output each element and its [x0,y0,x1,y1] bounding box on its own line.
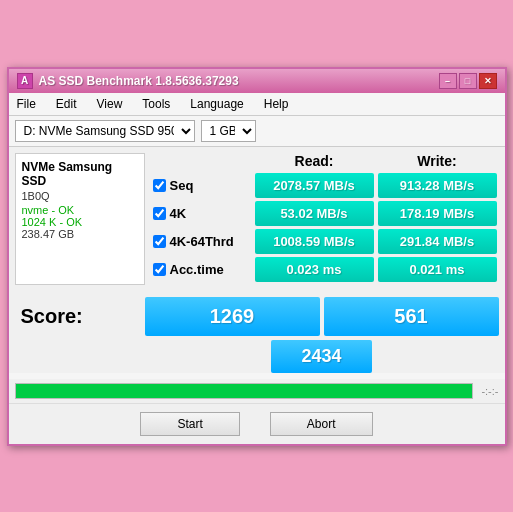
bench-header-empty [153,153,253,169]
4k-read: 53.02 MB/s [255,201,374,226]
bench-row-4k: 4K 53.02 MB/s 178.19 MB/s [153,201,499,226]
bench-label-acctime: Acc.time [153,262,253,277]
abort-button[interactable]: Abort [270,412,373,436]
menu-language[interactable]: Language [186,95,247,113]
score-section: Score: 1269 561 2434 [9,291,505,373]
drive-name: NVMe Samsung SSD [22,160,138,188]
progress-bar-inner [16,384,473,398]
acctime-write: 0.021 ms [378,257,497,282]
bench-header-write: Write: [376,153,499,169]
title-bar-controls: – □ ✕ [439,73,497,89]
bench-row-acctime: Acc.time 0.023 ms 0.021 ms [153,257,499,282]
bench-label-4k: 4K [153,206,253,221]
score-read: 1269 [145,297,320,336]
score-values: 1269 561 [145,297,499,336]
score-write: 561 [324,297,499,336]
button-area: Start Abort [9,403,505,444]
seq-read: 2078.57 MB/s [255,173,374,198]
bench-label-4k64: 4K-64Thrd [153,234,253,249]
left-panel: NVMe Samsung SSD 1B0Q nvme - OK 1024 K -… [15,153,145,285]
4k-checkbox[interactable] [153,207,166,220]
main-window: A AS SSD Benchmark 1.8.5636.37293 – □ ✕ … [7,67,507,446]
bench-header: Read: Write: [153,153,499,169]
nvme-status: nvme - OK [22,204,138,216]
4k64-checkbox[interactable] [153,235,166,248]
bench-label-seq: Seq [153,178,253,193]
bench-row-4k64: 4K-64Thrd 1008.59 MB/s 291.84 MB/s [153,229,499,254]
minimize-button[interactable]: – [439,73,457,89]
drive-size: 238.47 GB [22,228,138,240]
app-icon: A [17,73,33,89]
progress-area: -:-:- [9,379,505,403]
menu-tools[interactable]: Tools [138,95,174,113]
menu-view[interactable]: View [93,95,127,113]
acctime-read: 0.023 ms [255,257,374,282]
4k64-read: 1008.59 MB/s [255,229,374,254]
window-title: AS SSD Benchmark 1.8.5636.37293 [39,74,239,88]
score-total: 2434 [271,340,371,373]
maximize-button[interactable]: □ [459,73,477,89]
score-label: Score: [15,305,145,328]
seq-checkbox[interactable] [153,179,166,192]
bench-row-seq: Seq 2078.57 MB/s 913.28 MB/s [153,173,499,198]
toolbar: D: NVMe Samsung SSD 950 1 GB [9,116,505,147]
drive-id: 1B0Q [22,188,138,205]
menu-file[interactable]: File [13,95,40,113]
title-bar-left: A AS SSD Benchmark 1.8.5636.37293 [17,73,239,89]
acctime-checkbox[interactable] [153,263,166,276]
start-button[interactable]: Start [140,412,239,436]
size-select[interactable]: 1 GB [201,120,256,142]
cache-status: 1024 K - OK [22,216,138,228]
progress-dots: -:-:- [481,385,498,397]
seq-write: 913.28 MB/s [378,173,497,198]
drive-select[interactable]: D: NVMe Samsung SSD 950 [15,120,195,142]
bench-header-read: Read: [253,153,376,169]
menu-help[interactable]: Help [260,95,293,113]
menu-edit[interactable]: Edit [52,95,81,113]
4k-write: 178.19 MB/s [378,201,497,226]
benchmark-table: Read: Write: Seq 2078.57 MB/s 913.28 MB/… [153,153,499,285]
menu-bar: File Edit View Tools Language Help [9,93,505,116]
score-row: Score: 1269 561 [15,297,499,336]
close-button[interactable]: ✕ [479,73,497,89]
4k64-write: 291.84 MB/s [378,229,497,254]
progress-bar-outer [15,383,474,399]
score-total-row: 2434 [145,340,499,373]
title-bar: A AS SSD Benchmark 1.8.5636.37293 – □ ✕ [9,69,505,93]
content-area: NVMe Samsung SSD 1B0Q nvme - OK 1024 K -… [9,147,505,291]
